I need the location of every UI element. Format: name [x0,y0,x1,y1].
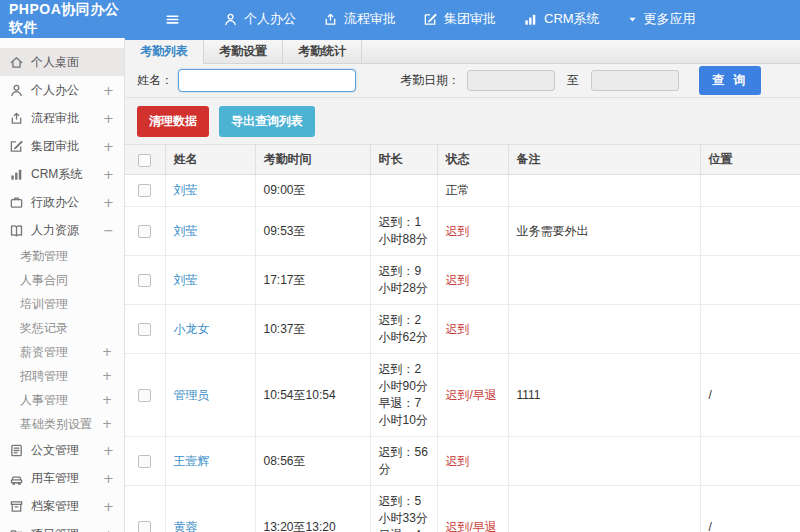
sidebar-item-档案管理[interactable]: 档案管理+ [0,492,124,520]
expand-plus-icon[interactable]: + [103,83,114,98]
sidebar-subitem-基础类别设置[interactable]: 基础类别设置+ [0,412,124,436]
row-checkbox[interactable] [138,323,151,336]
clean-data-button[interactable]: 清理数据 [137,106,209,137]
sidebar-item-label: 集团审批 [31,138,79,155]
employee-name-link[interactable]: 小龙女 [174,322,210,336]
sidebar: 个人桌面个人办公+流程审批+集团审批+CRM系统+行政办公+人力资源−考勤管理人… [0,38,125,532]
column-header-时长: 时长 [370,145,437,175]
export-list-button[interactable]: 导出查询列表 [219,106,315,137]
sidebar-item-流程审批[interactable]: 流程审批+ [0,104,124,132]
expand-plus-icon[interactable]: + [103,527,114,532]
expand-plus-icon[interactable]: + [103,499,114,514]
sidebar-subitem-人事合同[interactable]: 人事合同 [0,268,124,292]
duration-cell: 迟到：9小时28分 [370,256,437,305]
status-cell: 正常 [437,175,508,207]
tab-考勤设置[interactable]: 考勤设置 [204,40,283,63]
sidebar-subitem-招聘管理[interactable]: 招聘管理+ [0,364,124,388]
remark-cell [508,486,700,532]
collapse-minus-icon[interactable]: − [103,223,114,238]
hamburger-icon [165,12,180,27]
sidebar-item-个人桌面[interactable]: 个人桌面 [0,48,124,76]
status-cell: 迟到 [437,207,508,256]
status-cell: 迟到 [437,437,508,486]
sidebar-item-label: 用车管理 [31,470,79,487]
employee-name-link[interactable]: 刘莹 [174,183,198,197]
row-checkbox[interactable] [138,184,151,197]
status-cell: 迟到/早退 [437,354,508,437]
time-cell: 17:17至 [255,256,370,305]
row-select-cell [125,207,165,256]
row-checkbox[interactable] [138,274,151,287]
date-from-input[interactable] [467,70,555,91]
tab-考勤列表[interactable]: 考勤列表 [125,40,204,64]
sidebar-subitem-考勤管理[interactable]: 考勤管理 [0,244,124,268]
column-header-备注: 备注 [508,145,700,175]
select-all-checkbox[interactable] [138,154,151,167]
location-cell [700,256,800,305]
sidebar-subitem-人事管理[interactable]: 人事管理+ [0,388,124,412]
row-select-cell [125,175,165,207]
sidebar-item-CRM系统[interactable]: CRM系统+ [0,160,124,188]
sidebar-subitem-奖惩记录[interactable]: 奖惩记录 [0,316,124,340]
sidebar-subitem-培训管理[interactable]: 培训管理 [0,292,124,316]
row-checkbox[interactable] [138,389,151,402]
expand-plus-icon[interactable]: + [103,443,114,458]
menu-toggle-button[interactable] [165,12,180,27]
column-header-姓名: 姓名 [165,145,255,175]
time-cell: 10:54至10:54 [255,354,370,437]
employee-name-link[interactable]: 管理员 [174,388,210,402]
nav-item-更多应用[interactable]: 更多应用 [627,10,696,28]
sidebar-item-个人办公[interactable]: 个人办公+ [0,76,124,104]
caret-down-icon [627,14,638,25]
expand-plus-icon[interactable]: + [102,345,112,359]
nav-item-集团审批[interactable]: 集团审批 [423,10,496,28]
sidebar-item-行政办公[interactable]: 行政办公+ [0,188,124,216]
sidebar-item-公文管理[interactable]: 公文管理+ [0,436,124,464]
tab-考勤统计[interactable]: 考勤统计 [283,40,362,63]
top-header: PHPOA协同办公软件 个人办公流程审批集团审批CRM系统更多应用 [0,0,800,38]
sidebar-item-集团审批[interactable]: 集团审批+ [0,132,124,160]
content-area: 考勤列表考勤设置考勤统计 姓名： 考勤日期： 至 查 询 清理数据 导出查询列表… [125,38,800,532]
employee-name-link[interactable]: 刘莹 [174,273,198,287]
remark-cell [508,256,700,305]
sidebar-subitem-label: 基础类别设置 [20,416,92,433]
expand-plus-icon[interactable]: + [102,393,112,407]
sidebar-subitem-薪资管理[interactable]: 薪资管理+ [0,340,124,364]
nav-item-label: 集团审批 [444,10,496,28]
status-badge: 迟到 [446,454,470,468]
expand-plus-icon[interactable]: + [103,471,114,486]
remark-cell [508,437,700,486]
book-icon [9,223,24,238]
employee-name-link[interactable]: 刘莹 [174,224,198,238]
employee-name-link[interactable]: 黄蓉 [174,520,198,532]
chart-icon [523,12,538,27]
nav-item-label: 流程审批 [344,10,396,28]
table-row: 刘莹09:00至正常 [125,175,800,207]
user-icon [9,83,24,98]
name-input[interactable] [178,69,356,92]
query-button[interactable]: 查 询 [699,66,761,95]
expand-plus-icon[interactable]: + [103,167,114,182]
row-checkbox[interactable] [138,225,151,238]
date-to-input[interactable] [591,70,679,91]
row-checkbox[interactable] [138,455,151,468]
expand-plus-icon[interactable]: + [103,111,114,126]
sidebar-item-用车管理[interactable]: 用车管理+ [0,464,124,492]
select-all-header-cell [125,145,165,175]
date-label: 考勤日期： [400,72,460,89]
home-icon [9,55,24,70]
sidebar-item-项目管理[interactable]: 项目管理+ [0,520,124,532]
sidebar-item-人力资源[interactable]: 人力资源− [0,216,124,244]
nav-item-流程审批[interactable]: 流程审批 [323,10,396,28]
expand-plus-icon[interactable]: + [102,369,112,383]
nav-item-个人办公[interactable]: 个人办公 [223,10,296,28]
action-row: 清理数据 导出查询列表 [125,98,800,144]
time-cell: 08:56至 [255,437,370,486]
expand-plus-icon[interactable]: + [102,417,112,431]
nav-item-CRM系统[interactable]: CRM系统 [523,10,600,28]
employee-name-link[interactable]: 王壹辉 [174,454,210,468]
duration-line: 早退：4小时67分 [379,527,429,532]
expand-plus-icon[interactable]: + [103,195,114,210]
expand-plus-icon[interactable]: + [103,139,114,154]
row-checkbox[interactable] [138,521,151,532]
